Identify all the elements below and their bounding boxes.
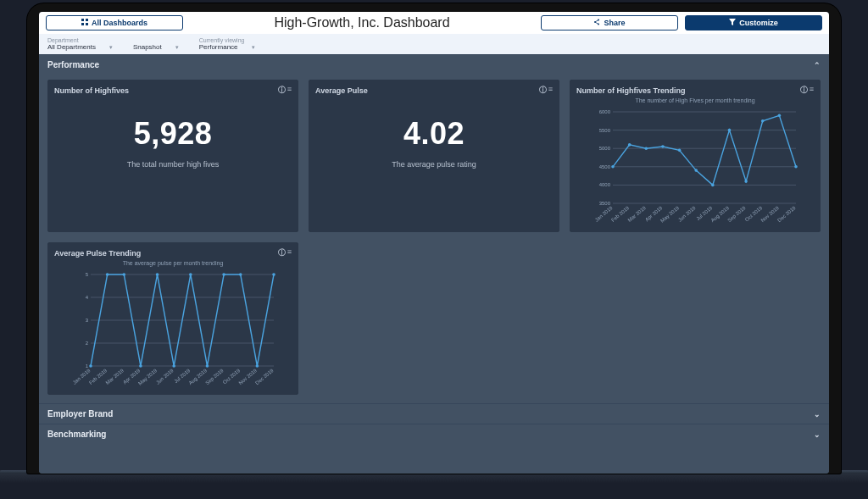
svg-point-26 — [728, 129, 732, 132]
chevron-down-icon: ⌄ — [814, 410, 821, 419]
svg-point-63 — [256, 364, 259, 368]
filter-bar: Department All Departments ▾ Snapshot ▾ … — [39, 34, 829, 54]
svg-point-58 — [172, 364, 175, 368]
svg-point-54 — [106, 273, 109, 276]
info-icon[interactable]: ⓘ — [278, 247, 286, 258]
chevron-down-icon: ▾ — [175, 44, 179, 51]
chart-subtitle: The average pulse per month trending — [54, 260, 292, 266]
menu-icon[interactable]: ≡ — [287, 247, 292, 258]
svg-text:May 2019: May 2019 — [137, 368, 159, 386]
chevron-down-icon: ▾ — [109, 44, 113, 51]
svg-text:3: 3 — [86, 318, 89, 323]
avg-pulse-value: 4.02 — [315, 116, 553, 152]
share-label: Share — [604, 19, 625, 27]
card-avg-pulse-trending: Average Pulse Trending ⓘ ≡ The average p… — [47, 242, 298, 395]
customize-button[interactable]: Customize — [685, 15, 822, 30]
viewing-value: Performance — [199, 43, 238, 51]
content-area: Performance ⌃ Number of Highfives ⓘ ≡ — [39, 54, 829, 474]
section-performance-header[interactable]: Performance ⌃ — [39, 54, 829, 75]
section-benchmarking-header[interactable]: Benchmarking ⌄ — [39, 424, 829, 444]
svg-point-25 — [711, 184, 715, 187]
svg-rect-3 — [86, 23, 88, 25]
svg-point-21 — [644, 147, 648, 150]
info-icon[interactable]: ⓘ — [539, 85, 547, 96]
info-icon[interactable]: ⓘ — [800, 85, 808, 96]
section-performance: Performance ⌃ Number of Highfives ⓘ ≡ — [39, 54, 829, 403]
svg-point-29 — [778, 114, 782, 118]
svg-text:Dec 2019: Dec 2019 — [776, 205, 797, 224]
snapshot-value: Snapshot — [133, 43, 162, 51]
filter-icon — [729, 19, 736, 27]
section-benchmarking: Benchmarking ⌄ — [39, 424, 829, 444]
menu-icon[interactable]: ≡ — [287, 85, 292, 96]
avg-pulse-trend-chart: 12345Jan 2019Feb 2019Mar 2019Apr 2019May… — [67, 269, 279, 388]
svg-text:4: 4 — [86, 295, 89, 300]
card-highfives-trending: Number of Highfives Trending ⓘ ≡ The num… — [570, 80, 821, 232]
share-icon — [593, 19, 600, 27]
department-label: Department — [47, 37, 113, 43]
svg-point-24 — [694, 169, 698, 172]
menu-icon[interactable]: ≡ — [548, 85, 553, 96]
svg-point-53 — [89, 364, 92, 368]
svg-point-64 — [272, 273, 275, 276]
chevron-up-icon: ⌃ — [814, 61, 821, 69]
svg-point-30 — [794, 165, 798, 169]
info-icon[interactable]: ⓘ — [278, 85, 286, 96]
department-value: All Departments — [47, 43, 96, 51]
section-employer-brand-header[interactable]: Employer Brand ⌄ — [39, 403, 829, 424]
svg-point-59 — [189, 273, 192, 276]
svg-text:2: 2 — [86, 341, 89, 346]
svg-point-61 — [222, 273, 225, 276]
share-button[interactable]: Share — [541, 15, 678, 30]
svg-point-28 — [761, 119, 765, 123]
svg-point-57 — [156, 273, 159, 276]
card-title: Number of Highfives — [54, 86, 129, 95]
svg-rect-1 — [86, 19, 88, 21]
svg-text:Jun 2019: Jun 2019 — [155, 368, 175, 385]
svg-text:Sep 2019: Sep 2019 — [204, 368, 225, 386]
chevron-down-icon: ▾ — [252, 44, 255, 51]
customize-label: Customize — [739, 19, 778, 27]
svg-text:Mar 2019: Mar 2019 — [105, 368, 125, 385]
page-title: High-Growth, Inc. Dashboard — [190, 15, 534, 30]
chart-subtitle: The number of High Fives per month trend… — [576, 97, 814, 103]
highfives-desc: The total number high fives — [54, 160, 292, 169]
svg-text:5: 5 — [86, 272, 89, 277]
svg-text:4500: 4500 — [599, 164, 611, 169]
svg-text:May 2019: May 2019 — [659, 205, 681, 224]
svg-point-22 — [661, 145, 665, 148]
all-dashboards-label: All Dashboards — [92, 19, 147, 27]
menu-icon[interactable]: ≡ — [810, 85, 814, 96]
card-title: Number of Highfives Trending — [576, 86, 686, 95]
svg-rect-2 — [81, 23, 84, 25]
svg-text:Mar 2019: Mar 2019 — [627, 205, 648, 223]
all-dashboards-button[interactable]: All Dashboards — [46, 15, 183, 30]
viewing-filter[interactable]: Currently viewing Performance ▾ — [199, 37, 255, 51]
viewing-label: Currently viewing — [199, 37, 255, 43]
svg-text:5500: 5500 — [599, 128, 611, 133]
svg-text:4000: 4000 — [599, 182, 611, 187]
svg-point-60 — [206, 364, 209, 368]
svg-text:Sep 2019: Sep 2019 — [726, 205, 747, 224]
top-bar: All Dashboards High-Growth, Inc. Dashboa… — [39, 12, 829, 34]
department-filter[interactable]: Department All Departments ▾ — [47, 37, 113, 51]
svg-point-19 — [611, 165, 615, 169]
svg-point-55 — [122, 273, 125, 276]
svg-point-56 — [139, 364, 142, 368]
grid-icon — [81, 19, 88, 27]
snapshot-top-label — [133, 37, 179, 43]
section-employer-brand-title: Employer Brand — [47, 409, 113, 419]
section-employer-brand: Employer Brand ⌄ — [39, 403, 829, 424]
svg-point-23 — [678, 149, 682, 152]
svg-text:6000: 6000 — [599, 109, 611, 114]
svg-rect-0 — [81, 19, 84, 21]
snapshot-filter[interactable]: Snapshot ▾ — [133, 37, 179, 51]
card-title: Average Pulse Trending — [54, 249, 141, 258]
highfives-value: 5,928 — [54, 116, 292, 152]
svg-point-62 — [239, 273, 242, 276]
svg-text:5000: 5000 — [599, 146, 611, 151]
chevron-down-icon: ⌄ — [814, 430, 821, 439]
card-average-pulse: Average Pulse ⓘ ≡ 4.02 The average pulse… — [309, 80, 559, 232]
svg-text:Dec 2019: Dec 2019 — [254, 368, 275, 386]
card-title: Average Pulse — [315, 86, 368, 95]
